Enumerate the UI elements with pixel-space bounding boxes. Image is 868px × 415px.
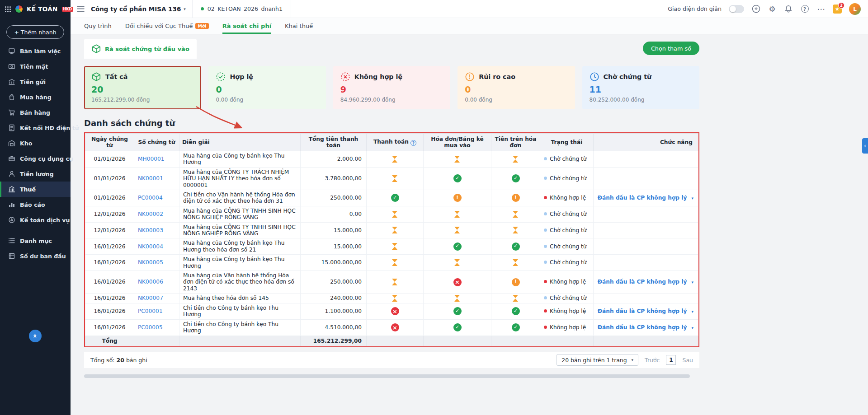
choose-parameters-button[interactable]: Chọn tham số bbox=[643, 42, 699, 55]
sidebar-collapse-button[interactable]: « bbox=[29, 330, 42, 342]
caret-down-icon[interactable]: ▾ bbox=[691, 326, 693, 330]
help-question-icon[interactable]: ? bbox=[410, 140, 416, 146]
document-link[interactable]: NK00006 bbox=[138, 279, 163, 285]
sidebar-item-danh-muc[interactable]: Danh mục bbox=[0, 233, 71, 248]
tab-khai-thue[interactable]: Khai thuế bbox=[285, 18, 313, 34]
pagination-bar: Tổng số: 20 bản ghi 20 bản ghi trên 1 tr… bbox=[84, 352, 699, 368]
check-icon bbox=[391, 194, 399, 202]
hourglass-icon bbox=[454, 259, 460, 266]
payroll-icon bbox=[8, 170, 15, 177]
sidebar-item-cong-cu-dung-cu[interactable]: Công cụ dụng cụ bbox=[0, 151, 71, 166]
simple-ui-toggle[interactable] bbox=[729, 5, 744, 13]
card-amount: 80.252.000,00 đồng bbox=[590, 97, 692, 103]
invalid-x-icon bbox=[340, 72, 350, 82]
gear-icon[interactable]: ⚙ bbox=[768, 5, 777, 14]
cash-icon bbox=[8, 63, 15, 70]
help-icon[interactable]: ? bbox=[800, 5, 809, 14]
right-panel-toggle[interactable]: ‹ bbox=[862, 138, 868, 154]
status-dot-icon bbox=[544, 228, 547, 232]
sidebar-item-ban-hang[interactable]: Bán hàng bbox=[0, 105, 71, 120]
card-amount: 84.960.299,00 đồng bbox=[340, 97, 443, 103]
current-page-button[interactable]: 1 bbox=[666, 355, 676, 365]
quick-add-button[interactable]: + Thêm nhanh bbox=[6, 25, 64, 39]
card-tat-ca[interactable]: Tất cả 20 165.212.299,00 đồng bbox=[84, 66, 201, 109]
card-cho-chung-tu[interactable]: Chờ chứng từ 11 80.252.000,00 đồng bbox=[582, 66, 699, 109]
status-dot-icon bbox=[544, 212, 547, 215]
sidebar-item-tien-luong[interactable]: Tiền lương bbox=[0, 166, 71, 182]
prev-page-button[interactable]: Trước bbox=[645, 357, 660, 364]
check-icon bbox=[453, 174, 462, 182]
col-chuc-nang: Chức năng bbox=[594, 134, 698, 151]
mark-invalid-expense-link[interactable]: Đánh dấu là CP không hợp lý bbox=[598, 195, 687, 201]
sidebar-item-tien-gui[interactable]: Tiền gửi bbox=[0, 74, 71, 89]
summary-cards: Tất cả 20 165.212.299,00 đồng Hợp lệ 0 0… bbox=[84, 66, 699, 109]
tab-ra-soat-chi-phi[interactable]: Rà soát chi phí bbox=[222, 18, 271, 34]
subtab-ra-soat-chung-tu-dau-vao[interactable]: Rà soát chứng từ đầu vào bbox=[84, 39, 197, 59]
hourglass-icon bbox=[513, 211, 519, 218]
card-count: 11 bbox=[590, 84, 692, 94]
caret-down-icon: ▾ bbox=[632, 358, 634, 362]
sidebar-item-mua-hang[interactable]: Mua hàng bbox=[0, 89, 71, 105]
col-hoa-don-bang-ke: Hóa đơn/Bảng kê mua vào bbox=[424, 134, 491, 151]
sidebar-item-thue[interactable]: Thuế bbox=[0, 182, 71, 197]
bell-icon[interactable] bbox=[784, 5, 793, 14]
hourglass-icon bbox=[392, 175, 398, 182]
caret-down-icon[interactable]: ▾ bbox=[691, 196, 693, 201]
document-link[interactable]: MH00001 bbox=[138, 156, 164, 162]
sidebar-item-ban-lam-viec[interactable]: Bàn làm việc bbox=[0, 43, 71, 59]
document-link[interactable]: PC00001 bbox=[138, 308, 163, 314]
page-size-select[interactable]: 20 bản ghi trên 1 trang ▾ bbox=[557, 354, 638, 366]
app-launcher-icon[interactable] bbox=[5, 6, 11, 13]
document-link[interactable]: PC00005 bbox=[138, 324, 163, 331]
mark-invalid-expense-link[interactable]: Đánh dấu là CP không hợp lý bbox=[598, 324, 687, 331]
card-hop-le[interactable]: Hợp lệ 0 0,00 đồng bbox=[208, 66, 326, 109]
hourglass-icon bbox=[454, 211, 460, 218]
card-khong-hop-le[interactable]: Không hợp lệ 9 84.960.299,00 đồng bbox=[333, 66, 450, 109]
sidebar-item-bao-cao[interactable]: Báo cáo bbox=[0, 197, 71, 212]
company-selector[interactable]: Công ty cổ phần MISA 136 ▾ bbox=[91, 5, 186, 13]
document-link[interactable]: NK00005 bbox=[138, 259, 163, 266]
hourglass-icon bbox=[392, 156, 398, 163]
horizontal-scrollbar[interactable] bbox=[84, 374, 690, 378]
total-amount: 165.212.299,00 bbox=[301, 336, 367, 346]
document-link[interactable]: NK00003 bbox=[138, 227, 163, 233]
card-rui-ro-cao[interactable]: Rủi ro cao 0 0,00 đồng bbox=[458, 66, 575, 109]
hourglass-icon bbox=[392, 227, 398, 233]
menu-icon[interactable] bbox=[77, 5, 85, 12]
check-icon bbox=[512, 307, 520, 315]
sidebar-item-kho[interactable]: Kho bbox=[0, 135, 71, 151]
green-dot-icon bbox=[201, 7, 204, 10]
sidebar: KẾ TOÁN HKD + Thêm nhanh Bàn làm việc Ti… bbox=[0, 0, 71, 415]
chevron-down-icon: ▾ bbox=[184, 7, 186, 11]
sidebar-item-ket-noi-hd-dien-tu[interactable]: Kết nối HĐ điện tử bbox=[0, 120, 71, 135]
document-link[interactable]: NK00001 bbox=[138, 175, 163, 182]
hourglass-icon bbox=[454, 227, 460, 233]
document-link[interactable]: NK00004 bbox=[138, 243, 163, 250]
next-page-button[interactable]: Sau bbox=[682, 357, 693, 364]
tab-doi-chieu-cuc-thue[interactable]: Đối chiếu với Cục Thuế Mới bbox=[125, 18, 209, 34]
caret-down-icon[interactable]: ▾ bbox=[691, 280, 693, 284]
more-icon[interactable]: ⋯ bbox=[816, 5, 826, 14]
col-trang-thai: Trạng thái bbox=[540, 134, 594, 151]
sidebar-item-tien-mat[interactable]: Tiền mặt bbox=[0, 59, 71, 74]
caret-down-icon[interactable]: ▾ bbox=[691, 309, 693, 314]
new-badge: Mới bbox=[195, 23, 208, 29]
avatar[interactable]: L bbox=[849, 3, 861, 15]
document-link[interactable]: NK00002 bbox=[138, 211, 163, 217]
mark-invalid-expense-link[interactable]: Đánh dấu là CP không hợp lý bbox=[598, 308, 687, 314]
sidebar-item-so-du-ban-dau[interactable]: Số dư ban đầu bbox=[0, 248, 71, 264]
e-invoice-icon bbox=[8, 124, 15, 131]
valid-check-icon bbox=[216, 72, 226, 82]
hourglass-icon bbox=[513, 156, 519, 163]
card-count: 0 bbox=[216, 84, 318, 94]
promotions-icon[interactable]: ★ 2 bbox=[833, 5, 842, 14]
document-link[interactable]: PC00004 bbox=[138, 195, 163, 201]
status-label: Chờ chứng từ bbox=[550, 295, 587, 301]
hourglass-icon bbox=[392, 259, 398, 266]
document-link[interactable]: NK00007 bbox=[138, 295, 163, 301]
sidebar-item-ke-toan-dich-vu[interactable]: Kế toán dịch vụ bbox=[0, 212, 71, 228]
tab-quy-trinh[interactable]: Quy trình bbox=[84, 18, 112, 34]
mark-invalid-expense-link[interactable]: Đánh dấu là CP không hợp lý bbox=[598, 279, 687, 285]
download-icon[interactable] bbox=[751, 5, 760, 14]
session-tab[interactable]: 02_KETOAN_2026_dnanh1 bbox=[192, 0, 291, 18]
